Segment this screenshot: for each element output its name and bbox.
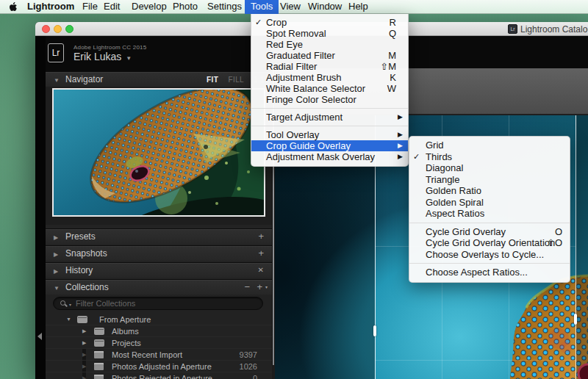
menu-item-label: Choose Overlays to Cycle... <box>426 249 544 260</box>
submenu-item-thirds[interactable]: ✓Thirds <box>409 151 570 163</box>
presets-disclosure-icon[interactable]: ▶ <box>54 230 60 245</box>
apple-menu-icon[interactable] <box>9 1 18 15</box>
collection-row-photos-rejected[interactable]: ▶ Photos Rejected in Aperture 0 <box>46 372 272 379</box>
menu-item-label: Diagonal <box>426 162 463 173</box>
zoom-fill-button[interactable]: FILL <box>228 76 243 84</box>
zoom-button[interactable] <box>65 25 74 33</box>
submenu-item-diagonal[interactable]: Diagonal <box>409 162 570 174</box>
menubar-item-settings[interactable]: Settings <box>207 0 242 14</box>
menu-separator <box>409 263 570 264</box>
menu-item-adjustment-brush[interactable]: Adjustment BrushK <box>251 72 408 83</box>
search-options-caret-icon[interactable]: ▾ <box>69 302 71 307</box>
menu-item-label: Adjustment Brush <box>266 72 342 83</box>
row-label: Most Recent Import <box>112 349 182 361</box>
menubar-item-tools[interactable]: Tools <box>245 0 279 14</box>
menu-item-radial-filter[interactable]: Radial Filter⇧M <box>251 61 408 72</box>
snapshots-add-button[interactable]: + <box>258 246 264 261</box>
filter-collections-box[interactable]: ▾ <box>53 297 263 310</box>
collections-remove-button[interactable]: − <box>244 280 250 295</box>
identity-user[interactable]: Erik Lukas▼ <box>74 51 132 62</box>
submenu-item-aspect-ratios[interactable]: Aspect Ratios <box>409 208 570 220</box>
history-clear-button[interactable]: ✕ <box>258 263 264 278</box>
menu-item-label: Grid <box>426 140 444 151</box>
row-disclosure-icon: ▶ <box>82 361 86 372</box>
collapse-left-panel-icon[interactable] <box>37 333 42 340</box>
row-label: Albums <box>112 325 139 337</box>
navigator-disclosure-icon[interactable]: ▼ <box>54 73 60 88</box>
collection-row-most-recent-import[interactable]: ▶ Most Recent Import 9397 <box>46 349 272 361</box>
presets-title: Presets <box>65 231 96 242</box>
menubar-item-window[interactable]: Window <box>308 0 342 14</box>
menu-item-shortcut: W <box>387 83 396 94</box>
submenu-item-cycle-grid-overlay-orientation[interactable]: Cycle Grid Overlay Orientation⇧O <box>409 237 570 249</box>
snapshots-disclosure-icon[interactable]: ▶ <box>54 247 60 262</box>
collections-add-menu-icon[interactable]: ▾ <box>265 280 268 295</box>
row-disclosure-icon[interactable]: ▶ <box>82 337 86 349</box>
menu-item-label: Golden Ratio <box>426 185 481 196</box>
menu-item-graduated-filter[interactable]: Graduated FilterM <box>251 50 408 61</box>
collection-row-from-aperture[interactable]: ▼ From Aperture <box>46 314 272 325</box>
collection-row-projects[interactable]: ▶ Projects <box>46 337 272 349</box>
menubar-item-view[interactable]: View <box>280 0 301 14</box>
menu-item-target-adjustment[interactable]: Target Adjustment▶ <box>251 112 408 123</box>
menu-item-spot-removal[interactable]: Spot RemovalQ <box>251 28 408 39</box>
navigator-thumbnail-area <box>46 87 272 225</box>
submenu-item-choose-overlays-to-cycle[interactable]: Choose Overlays to Cycle... <box>409 249 570 261</box>
row-label: Projects <box>112 337 141 349</box>
menu-item-label: Golden Spiral <box>426 197 484 208</box>
crop-edge-right[interactable] <box>576 115 576 379</box>
submenu-item-choose-aspect-ratios[interactable]: Choose Aspect Ratios... <box>409 267 570 278</box>
filter-collections-input[interactable] <box>76 298 252 308</box>
collections-disclosure-icon[interactable]: ▼ <box>54 281 60 296</box>
menu-item-fringe-color-selector[interactable]: Fringe Color Selector <box>251 94 408 105</box>
submenu-item-triangle[interactable]: Triangle <box>409 174 570 186</box>
lightroom-logo: Lr <box>48 43 64 62</box>
smart-collection-icon <box>94 375 104 379</box>
menu-item-crop-guide-overlay[interactable]: Crop Guide Overlay▶ <box>251 140 408 151</box>
menubar-item-photo[interactable]: Photo <box>173 0 198 14</box>
collection-row-photos-adjusted[interactable]: ▶ Photos Adjusted in Aperture 1026 <box>46 361 272 372</box>
identity-dropdown-icon[interactable]: ▼ <box>126 55 132 62</box>
minimize-button[interactable] <box>54 25 62 33</box>
row-label: Photos Adjusted in Aperture <box>112 361 212 372</box>
menu-item-crop[interactable]: ✓CropR <box>251 17 408 28</box>
menubar-item-edit[interactable]: Edit <box>104 0 120 14</box>
history-panel-header[interactable]: ▶History ✕ <box>46 262 272 278</box>
collections-add-button[interactable]: + <box>257 280 262 295</box>
submenu-item-cycle-grid-overlay[interactable]: Cycle Grid OverlayO <box>409 226 570 238</box>
menubar-item-file[interactable]: File <box>82 0 98 14</box>
menu-item-tool-overlay[interactable]: Tool Overlay▶ <box>251 129 408 140</box>
close-button[interactable] <box>42 25 50 33</box>
crop-guide-overlay-submenu: Grid ✓Thirds Diagonal Triangle Golden Ra… <box>409 136 570 283</box>
menu-item-adjustment-mask-overlay[interactable]: Adjustment Mask Overlay▶ <box>251 151 408 162</box>
presets-panel-header[interactable]: ▶Presets + <box>46 228 272 244</box>
menu-item-red-eye[interactable]: Red Eye <box>251 39 408 50</box>
submenu-item-golden-spiral[interactable]: Golden Spiral <box>409 197 570 209</box>
collection-row-albums[interactable]: ▶ Albums <box>46 325 272 337</box>
menubar-item-develop[interactable]: Develop <box>132 0 167 14</box>
tools-menu: ✓CropR Spot RemovalQ Red Eye Graduated F… <box>251 14 409 167</box>
lr-document-icon: Lr <box>508 24 517 34</box>
snapshots-panel-header[interactable]: ▶Snapshots + <box>46 245 272 261</box>
menu-item-shortcut: ⇧O <box>547 237 562 249</box>
menubar: Lightroom File Edit Develop Photo Settin… <box>0 0 588 14</box>
menu-item-white-balance-selector[interactable]: White Balance SelectorW <box>251 83 408 94</box>
menu-item-label: Red Eye <box>266 39 303 50</box>
menu-item-label: Crop Guide Overlay <box>266 140 351 151</box>
navigator-panel-header[interactable]: ▼Navigator FIT FILL 1:1 <box>46 71 272 87</box>
menubar-item-help[interactable]: Help <box>348 0 368 14</box>
history-disclosure-icon[interactable]: ▶ <box>54 264 60 279</box>
menubar-item-lightroom[interactable]: Lightroom <box>27 0 74 14</box>
row-disclosure-icon[interactable]: ▼ <box>66 314 71 325</box>
menu-item-label: Triangle <box>426 174 459 185</box>
submenu-item-golden-ratio[interactable]: Golden Ratio <box>409 185 570 197</box>
crop-handle-right[interactable] <box>574 314 577 325</box>
row-disclosure-icon[interactable]: ▶ <box>82 325 86 337</box>
submenu-item-grid[interactable]: Grid <box>409 140 570 151</box>
collections-panel-header[interactable]: ▼Collections − + ▾ <box>46 279 272 295</box>
crop-handle-left[interactable] <box>373 325 376 336</box>
zoom-fit-button[interactable]: FIT <box>207 76 218 84</box>
presets-add-button[interactable]: + <box>258 229 264 244</box>
navigator-preview[interactable] <box>52 88 265 217</box>
crop-dim-overlay-right <box>576 115 588 379</box>
